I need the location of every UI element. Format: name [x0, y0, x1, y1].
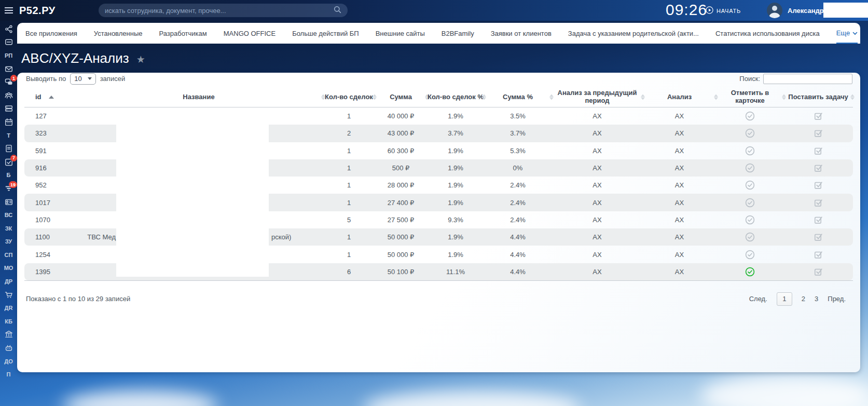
- sidebar-live-feed-icon[interactable]: [0, 36, 17, 49]
- pagination-prev[interactable]: Пред.: [828, 295, 846, 303]
- logo[interactable]: Р52.РУ: [19, 5, 56, 17]
- cell-analysis: AX: [643, 147, 716, 155]
- favorite-star-icon[interactable]: ★: [136, 53, 145, 65]
- create-task-icon[interactable]: [784, 215, 852, 225]
- mark-in-card-icon-checked[interactable]: [716, 267, 784, 277]
- pagination-next[interactable]: След.: [749, 295, 767, 303]
- pagination-page-1-current[interactable]: 1: [777, 292, 792, 306]
- sidebar-tasks-icon[interactable]: 7: [0, 155, 17, 169]
- cell-analysis: AX: [643, 181, 716, 189]
- tab-4[interactable]: MANGO OFFICE: [224, 30, 275, 37]
- sidebar-item-ВС[interactable]: ВС: [0, 208, 17, 222]
- mark-in-card-icon[interactable]: [716, 198, 784, 208]
- sidebar-calendar-icon[interactable]: [0, 115, 17, 129]
- column-header-8[interactable]: Анализ: [643, 93, 716, 101]
- create-task-icon[interactable]: [784, 180, 852, 190]
- mark-in-card-icon[interactable]: [716, 146, 784, 156]
- sidebar-item-Т[interactable]: Т: [0, 129, 17, 142]
- sidebar-pulse-icon[interactable]: [0, 22, 17, 36]
- column-header-3[interactable]: Кол-во сделок: [323, 93, 375, 101]
- sidebar-item-label: ДR: [5, 305, 13, 311]
- create-task-icon[interactable]: [784, 111, 852, 121]
- tab-5[interactable]: Больше действий БП: [292, 30, 359, 37]
- page-size-select[interactable]: 10: [70, 73, 95, 85]
- sidebar-item-ДR[interactable]: ДR: [0, 301, 17, 315]
- sidebar-funnel-icon[interactable]: 19: [0, 182, 17, 195]
- table-search-input[interactable]: [763, 74, 852, 84]
- mark-in-card-icon[interactable]: [716, 215, 784, 225]
- column-header-label: Сумма: [390, 93, 412, 101]
- mark-in-card-icon[interactable]: [716, 250, 784, 260]
- column-header-6[interactable]: Сумма %: [484, 93, 552, 101]
- sidebar-item-СП[interactable]: СП: [0, 248, 17, 262]
- tab-more[interactable]: Еще: [836, 23, 858, 44]
- start-button[interactable]: НАЧАТЬ: [706, 6, 741, 15]
- cell-sum: 60 300 ₽: [375, 147, 427, 155]
- mark-in-card-icon[interactable]: [716, 163, 784, 173]
- tab-8[interactable]: Заявки от клиентов: [491, 30, 552, 37]
- sidebar-mail-icon[interactable]: [0, 62, 17, 76]
- menu-icon[interactable]: [0, 0, 17, 21]
- create-task-icon[interactable]: [784, 163, 852, 173]
- column-header-2[interactable]: Название: [74, 93, 323, 101]
- tab-10[interactable]: Статистика использования диска: [715, 30, 820, 37]
- chevron-down-icon: [88, 77, 92, 80]
- cell-sum-pct: 2.4%: [484, 199, 552, 207]
- sidebar-item-КБ[interactable]: КБ: [0, 315, 17, 328]
- sidebar-item-Б[interactable]: Б: [0, 169, 17, 182]
- sidebar-item-РП[interactable]: РП: [0, 49, 17, 62]
- cell-sum-pct: 4.4%: [484, 233, 552, 241]
- create-task-icon[interactable]: [784, 128, 852, 138]
- sidebar-drive-icon[interactable]: [0, 102, 17, 116]
- sort-icon[interactable]: [850, 94, 855, 100]
- mark-in-card-icon[interactable]: [716, 232, 784, 242]
- pagination-page-2[interactable]: 2: [802, 295, 805, 303]
- tab-6[interactable]: Внешние сайты: [376, 30, 425, 37]
- tab-7[interactable]: B2BFamily: [442, 30, 474, 37]
- cell-id: 127: [27, 112, 74, 120]
- global-search[interactable]: [99, 4, 348, 17]
- clock: 09:26: [666, 1, 707, 19]
- column-header-7[interactable]: Анализ за предыдущий период: [552, 89, 643, 105]
- column-header-4[interactable]: Сумма: [375, 93, 427, 101]
- tab-1[interactable]: Все приложения: [25, 30, 77, 37]
- sidebar-document-icon[interactable]: [0, 142, 17, 155]
- column-header-1[interactable]: id: [27, 93, 74, 101]
- sidebar-item-П[interactable]: П: [0, 368, 17, 381]
- cell-prev-analysis: AX: [552, 164, 643, 172]
- sidebar-bank-icon[interactable]: [0, 328, 17, 342]
- create-task-icon[interactable]: [784, 198, 852, 208]
- sidebar-item-МО[interactable]: МО: [0, 262, 17, 275]
- cell-deals: 1: [323, 181, 375, 189]
- create-task-icon[interactable]: [784, 232, 852, 242]
- sidebar-item-ДО[interactable]: ДО: [0, 355, 17, 368]
- cell-sum-pct: 5.3%: [484, 147, 552, 155]
- mark-in-card-icon[interactable]: [716, 180, 784, 190]
- pagination-page-3[interactable]: 3: [815, 295, 818, 303]
- tab-9[interactable]: Задача с указанием родительской (акти...: [568, 30, 699, 37]
- sort-asc-icon[interactable]: [49, 96, 54, 99]
- avatar[interactable]: [767, 3, 782, 18]
- create-task-icon[interactable]: [784, 146, 852, 156]
- mark-in-card-icon[interactable]: [716, 128, 784, 138]
- column-header-5[interactable]: Кол-во сделок %: [427, 93, 484, 101]
- sidebar-item-ЗК[interactable]: ЗК: [0, 222, 17, 235]
- sidebar-cart-icon[interactable]: [0, 288, 17, 302]
- sidebar-idcard-icon[interactable]: [0, 195, 17, 209]
- cell-prev-analysis: AX: [552, 233, 643, 241]
- sidebar-item-ДР[interactable]: ДР: [0, 275, 17, 288]
- tab-3[interactable]: Разработчикам: [159, 30, 206, 37]
- column-header-9[interactable]: Отметить в карточке: [716, 89, 784, 105]
- create-task-icon[interactable]: [784, 267, 852, 277]
- sidebar-item-ЗУ[interactable]: ЗУ: [0, 235, 17, 249]
- sidebar-chat-icon[interactable]: 1: [0, 75, 17, 89]
- sidebar-robot-icon[interactable]: [0, 341, 17, 355]
- sidebar-people-icon[interactable]: [0, 89, 17, 102]
- user-name[interactable]: Александр: [788, 7, 824, 15]
- tab-2[interactable]: Установленные: [94, 30, 143, 37]
- column-header-10[interactable]: Поставить задачу: [784, 93, 852, 101]
- global-search-input[interactable]: [105, 7, 334, 15]
- create-task-icon[interactable]: [784, 250, 852, 260]
- table-footer: Показано с 1 по 10 из 29 записей След.12…: [17, 288, 860, 310]
- mark-in-card-icon[interactable]: [716, 111, 784, 121]
